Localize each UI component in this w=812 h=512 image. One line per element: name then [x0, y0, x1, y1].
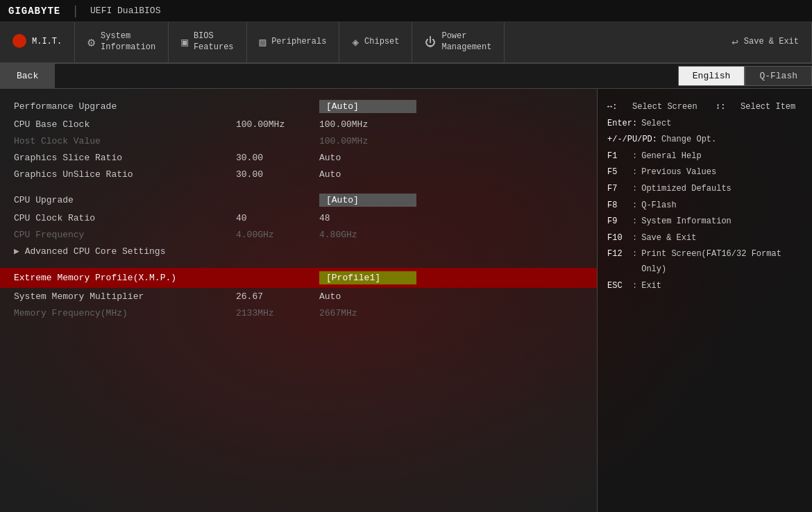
val1-cpu-clock-ratio: 40 [236, 213, 319, 223]
help-row-f12: F12 : Print Screen(FAT16/32 Format Only) [607, 247, 802, 277]
label-cpu-freq: CPU Frequency [14, 230, 236, 240]
help-key-enter: Enter: [607, 117, 637, 132]
val1-sys-mem-mult: 26.67 [236, 291, 319, 302]
val2-xmp: [Profile1] [319, 271, 583, 284]
nav-tabs: M.I.T. System Information BIOS Features … [0, 22, 812, 64]
back-button[interactable]: Back [0, 64, 55, 88]
row-sys-mem-mult[interactable]: System Memory Multiplier 26.67 Auto [14, 288, 583, 305]
help-desc-item: Select Item [741, 100, 795, 115]
help-key-updown: ↕: [716, 100, 736, 115]
lang-qflash-button[interactable]: Q-Flash [745, 66, 812, 86]
help-row-f10: F10 : Save & Exit [607, 231, 802, 246]
brand-subtitle: UEFI DualBIOS [90, 6, 160, 16]
gear-icon [87, 35, 95, 50]
help-key-f9: F9 [607, 214, 628, 230]
val1-graphics-unslice: 30.00 [236, 169, 319, 180]
brand-logo: GIGABYTE [8, 6, 60, 17]
cpu-icon [352, 35, 359, 49]
help-desc-f12: Print Screen(FAT16/32 Format Only) [641, 247, 802, 277]
row-host-clock: Host Clock Value 100.00MHz [14, 133, 583, 149]
main-content: Performance Upgrade [Auto] CPU Base Cloc… [0, 89, 812, 512]
row-graphics-slice[interactable]: Graphics Slice Ratio 30.00 Auto [14, 149, 583, 166]
value-box-cpu-upgrade: [Auto] [319, 194, 416, 207]
help-key-f8: F8 [607, 198, 628, 214]
tab-save-exit[interactable]: Save & Exit [719, 22, 812, 62]
brand-bar: GIGABYTE | UEFI DualBIOS [0, 0, 812, 22]
settings-panel: Performance Upgrade [Auto] CPU Base Cloc… [0, 89, 597, 512]
brand-separator: | [71, 4, 79, 18]
help-desc-screen: Select Screen [632, 100, 697, 115]
label-cpu-base-clock: CPU Base Clock [14, 119, 236, 130]
val2-sys-mem-mult: Auto [319, 291, 583, 302]
help-desc-enter: Select [641, 117, 671, 132]
row-cpu-upgrade[interactable]: CPU Upgrade [Auto] [14, 191, 583, 210]
tab-power-mgmt-label: Power Management [441, 31, 491, 53]
row-cpu-base-clock[interactable]: CPU Base Clock 100.00MHz 100.00MHz [14, 116, 583, 133]
help-desc-f7: Optimized Defaults [641, 182, 731, 197]
row-adv-cpu-core[interactable]: Advanced CPU Core Settings [14, 243, 583, 259]
help-key-f1: F1 [607, 149, 628, 164]
tab-system-info-label: System Information [101, 31, 155, 53]
sub-header: Back English Q-Flash [0, 64, 812, 89]
help-row-enter: Enter: Select [607, 117, 802, 132]
val2-graphics-slice: Auto [319, 153, 583, 163]
exit-icon [731, 35, 738, 49]
row-cpu-freq: CPU Frequency 4.00GHz 4.80GHz [14, 226, 583, 243]
label-host-clock: Host Clock Value [14, 136, 236, 146]
val2-cpu-clock-ratio: 48 [319, 213, 583, 223]
tab-save-exit-label: Save & Exit [744, 37, 799, 48]
chip-icon [181, 35, 188, 49]
help-row-screen: ↔: Select Screen ↕: Select Item [607, 100, 802, 115]
label-perf-upgrade: Performance Upgrade [14, 101, 236, 112]
row-mem-freq: Memory Frequency(MHz) 2133MHz 2667MHz [14, 305, 583, 321]
screen-icon [260, 35, 267, 49]
value-box-xmp: [Profile1] [319, 271, 416, 284]
tab-mit[interactable]: M.I.T. [0, 22, 75, 62]
row-xmp[interactable]: Extreme Memory Profile(X.M.P.) [Profile1… [0, 268, 597, 288]
row-cpu-clock-ratio[interactable]: CPU Clock Ratio 40 48 [14, 210, 583, 226]
help-desc-change: Change Opt. [661, 133, 716, 148]
help-key-f10: F10 [607, 231, 628, 246]
help-desc-f8: Q-Flash [641, 198, 676, 214]
val2-cpu-base-clock: 100.00MHz [319, 119, 583, 130]
tab-system-info[interactable]: System Information [75, 22, 169, 62]
val2-graphics-unslice: Auto [319, 169, 583, 180]
tab-chipset-label: Chipset [364, 37, 399, 48]
help-key-esc: ESC [607, 279, 628, 294]
help-key-f7: F7 [607, 182, 628, 197]
row-graphics-unslice[interactable]: Graphics UnSlice Ratio 30.00 Auto [14, 166, 583, 182]
help-desc-f1: General Help [641, 149, 701, 164]
label-xmp: Extreme Memory Profile(X.M.P.) [14, 273, 236, 283]
tab-power-mgmt[interactable]: Power Management [412, 22, 505, 62]
help-row-esc: ESC : Exit [607, 279, 802, 294]
row-perf-upgrade[interactable]: Performance Upgrade [Auto] [14, 97, 583, 116]
help-key-f12: F12 [607, 247, 628, 277]
lang-english-button[interactable]: English [678, 66, 745, 86]
help-row-change: +/-/PU/PD: Change Opt. [607, 133, 802, 148]
spacer-2 [14, 259, 583, 268]
lang-buttons: English Q-Flash [678, 66, 812, 86]
val1-graphics-slice: 30.00 [236, 153, 319, 163]
help-row-f8: F8 : Q-Flash [607, 198, 802, 214]
val2-cpu-upgrade: [Auto] [319, 194, 583, 207]
label-mem-freq: Memory Frequency(MHz) [14, 308, 236, 318]
label-graphics-unslice: Graphics UnSlice Ratio [14, 169, 236, 180]
val1-mem-freq: 2133MHz [236, 308, 319, 318]
help-key-arrows: ↔: [607, 100, 628, 115]
label-graphics-slice: Graphics Slice Ratio [14, 153, 236, 163]
val2-host-clock: 100.00MHz [319, 136, 583, 146]
val2-mem-freq: 2667MHz [319, 308, 583, 318]
label-cpu-upgrade: CPU Upgrade [14, 195, 236, 205]
tab-peripherals-label: Peripherals [271, 37, 326, 48]
label-sys-mem-mult: System Memory Multiplier [14, 291, 236, 302]
tab-mit-label: M.I.T. [32, 37, 62, 48]
label-adv-cpu-core: Advanced CPU Core Settings [14, 246, 236, 257]
tab-chipset[interactable]: Chipset [339, 22, 412, 62]
val1-cpu-freq: 4.00GHz [236, 230, 319, 240]
help-sep-1 [702, 100, 711, 115]
power-icon [425, 36, 436, 49]
value-box-perf-upgrade: [Auto] [319, 100, 416, 113]
tab-peripherals[interactable]: Peripherals [247, 22, 340, 62]
tab-bios-features[interactable]: BIOS Features [169, 22, 246, 62]
help-desc-f5: Previous Values [641, 165, 716, 180]
